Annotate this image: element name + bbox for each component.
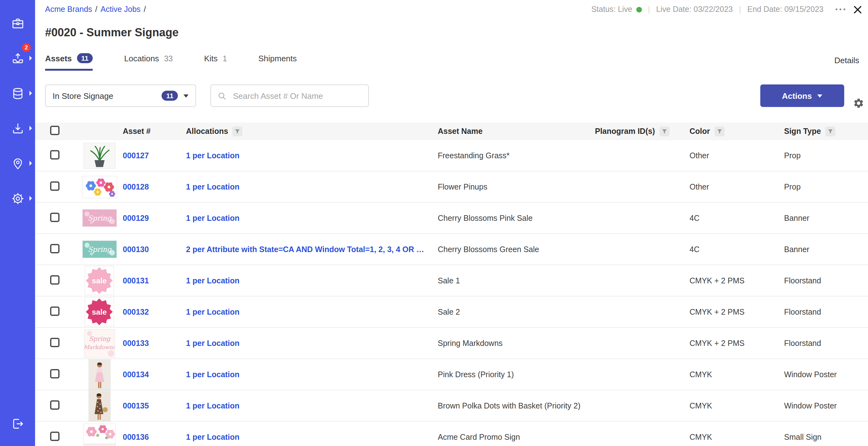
asset-name: Spring Markdowns xyxy=(438,339,595,347)
sign-type-value: Prop xyxy=(784,151,868,160)
select-all-checkbox[interactable] xyxy=(50,126,60,135)
details-link[interactable]: Details xyxy=(835,56,860,71)
category-filter-label: In Store Signage xyxy=(53,91,162,100)
allocation-link[interactable]: 1 per Location xyxy=(186,370,429,379)
sidebar-item-settings[interactable] xyxy=(0,181,35,216)
filter-funnel-icon[interactable] xyxy=(826,126,835,136)
chevron-right-icon xyxy=(29,196,32,201)
allocation-link[interactable]: 1 per Location xyxy=(186,151,429,160)
actions-button[interactable]: Actions xyxy=(760,84,844,107)
status-live-dot xyxy=(636,7,642,12)
allocation-link[interactable]: 1 per Location xyxy=(186,339,429,347)
tab-label: Kits xyxy=(204,54,218,63)
search-input[interactable] xyxy=(232,91,362,101)
sidebar-item-jobs[interactable] xyxy=(0,6,35,41)
asset-number-link[interactable]: 000128 xyxy=(123,182,149,191)
allocation-link[interactable]: 1 per Location xyxy=(186,307,429,316)
asset-number-link[interactable]: 000129 xyxy=(123,214,149,222)
tab-kits[interactable]: Kits 1 xyxy=(204,54,227,71)
sidebar-item-logout[interactable] xyxy=(0,406,35,441)
filter-funnel-icon[interactable] xyxy=(714,126,724,136)
more-menu-icon[interactable] xyxy=(835,7,846,11)
row-checkbox[interactable] xyxy=(50,244,60,253)
chevron-right-icon xyxy=(29,126,32,131)
column-header-planogram[interactable]: Planogram ID(s) xyxy=(595,126,689,136)
topbar: Acme Brands / Active Jobs / Status: Live… xyxy=(35,0,868,14)
asset-name: Sale 1 xyxy=(438,276,595,285)
allocation-link[interactable]: 1 per Location xyxy=(186,214,429,222)
allocation-link[interactable]: 1 per Location xyxy=(186,182,429,191)
sale-burst-pink-thumbnail[interactable]: sale xyxy=(85,267,113,295)
asset-number-link[interactable]: 000131 xyxy=(123,276,149,285)
spring-banner-pink-thumbnail[interactable]: Spring xyxy=(82,210,116,227)
color-value: 4C xyxy=(689,245,784,254)
table-row: Spring 000129 1 per Location Cherry Blos… xyxy=(35,203,868,234)
filter-funnel-icon[interactable] xyxy=(659,126,670,136)
tab-locations[interactable]: Locations 33 xyxy=(124,54,173,71)
map-pin-icon xyxy=(11,157,24,170)
allocation-link[interactable]: 1 per Location xyxy=(186,276,429,285)
allocation-link[interactable]: 1 per Location xyxy=(186,433,429,441)
asset-number-link[interactable]: 000132 xyxy=(123,307,149,316)
tab-shipments[interactable]: Shipments xyxy=(258,54,297,71)
breadcrumb: Acme Brands / Active Jobs / xyxy=(45,5,146,14)
sign-type-value: Banner xyxy=(784,214,868,222)
sign-type-value: Floorstand xyxy=(784,339,868,347)
sidebar-item-data[interactable] xyxy=(0,76,35,111)
svg-text:Spring: Spring xyxy=(88,245,112,253)
sale-burst-magenta-thumbnail[interactable]: sale xyxy=(85,298,113,326)
close-icon[interactable] xyxy=(854,5,862,13)
row-checkbox[interactable] xyxy=(50,306,60,316)
filter-funnel-icon[interactable] xyxy=(232,126,243,136)
main-content: Acme Brands / Active Jobs / Status: Live… xyxy=(35,0,868,446)
asset-number-link[interactable]: 000133 xyxy=(123,339,149,347)
category-filter-dropdown[interactable]: In Store Signage 11 xyxy=(45,84,196,107)
column-header-color[interactable]: Color xyxy=(689,126,784,136)
svg-text:Spring: Spring xyxy=(89,335,111,342)
row-checkbox[interactable] xyxy=(50,181,60,191)
asset-number-link[interactable]: 000130 xyxy=(123,245,149,254)
acme-card-flowers-thumbnail[interactable] xyxy=(84,424,115,446)
grass-plant-thumbnail[interactable] xyxy=(84,143,115,168)
row-checkbox[interactable] xyxy=(50,338,60,347)
table-row: sale 000131 1 per Location Sale 1 CMYK +… xyxy=(35,265,868,297)
table-row: 000135 1 per Location Brown Polka Dots w… xyxy=(35,390,868,422)
allocation-link[interactable]: 2 per Attribute with State=CA AND Window… xyxy=(186,245,429,254)
brown-polka-dress-thumbnail[interactable] xyxy=(89,391,110,421)
row-checkbox[interactable] xyxy=(50,212,60,222)
sign-type-value: Floorstand xyxy=(784,307,868,316)
row-checkbox[interactable] xyxy=(50,400,60,409)
asset-number-link[interactable]: 000127 xyxy=(123,151,149,160)
asset-number-link[interactable]: 000135 xyxy=(123,401,149,410)
notification-badge: 2 xyxy=(22,43,31,52)
tray-up-icon xyxy=(11,52,24,65)
tab-kits-count: 1 xyxy=(223,54,227,63)
sidebar-item-downloads[interactable] xyxy=(0,111,35,146)
row-checkbox[interactable] xyxy=(50,369,60,378)
column-header-asset-number[interactable]: Asset # xyxy=(123,127,186,136)
spring-markdowns-thumbnail[interactable]: SpringMarkdowns xyxy=(84,329,114,357)
column-header-asset-name[interactable]: Asset Name xyxy=(438,127,595,136)
breadcrumb-link-jobs[interactable]: Active Jobs xyxy=(100,5,141,14)
breadcrumb-separator: / xyxy=(95,5,97,14)
asset-name: Flower Pinups xyxy=(438,182,595,191)
flower-pinups-thumbnail[interactable] xyxy=(82,176,116,197)
briefcase-icon xyxy=(11,16,24,30)
row-checkbox[interactable] xyxy=(50,275,60,284)
tab-assets[interactable]: Assets 11 xyxy=(45,53,93,71)
asset-number-link[interactable]: 000134 xyxy=(123,370,149,379)
pink-dress-thumbnail[interactable] xyxy=(89,359,110,389)
column-header-sign-type[interactable]: Sign Type xyxy=(784,126,868,136)
row-checkbox[interactable] xyxy=(50,431,60,441)
sidebar-item-locations[interactable] xyxy=(0,146,35,181)
sidebar-item-distribute[interactable]: 2 xyxy=(0,41,35,76)
asset-name: Sale 2 xyxy=(438,307,595,316)
svg-text:sale: sale xyxy=(92,308,107,316)
row-checkbox[interactable] xyxy=(50,150,60,159)
column-header-allocations[interactable]: Allocations xyxy=(186,126,438,136)
spring-banner-teal-thumbnail[interactable]: Spring xyxy=(82,241,116,258)
breadcrumb-link-brand[interactable]: Acme Brands xyxy=(45,5,92,14)
table-settings-gear-icon[interactable] xyxy=(853,98,864,109)
allocation-link[interactable]: 1 per Location xyxy=(186,401,429,410)
asset-number-link[interactable]: 000136 xyxy=(123,433,149,441)
